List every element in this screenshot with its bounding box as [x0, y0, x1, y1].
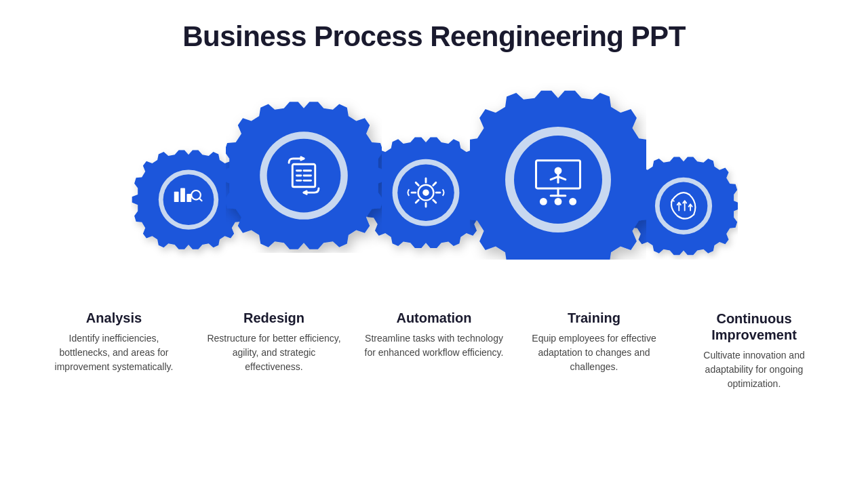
- gear-training: [470, 83, 646, 260]
- label-automation: Automation Streamline tasks with technol…: [363, 310, 505, 360]
- gear-svg-4: [470, 83, 646, 260]
- svg-point-19: [422, 189, 429, 196]
- label-improvement-title: ContinuousImprovement: [711, 310, 797, 343]
- svg-point-36: [554, 167, 561, 175]
- label-analysis-title: Analysis: [86, 310, 142, 326]
- label-analysis: Analysis Identify inefficiencies, bottle…: [43, 310, 185, 374]
- label-redesign: Redesign Restructure for better efficien…: [203, 310, 345, 374]
- gears-row: [14, 66, 854, 297]
- label-redesign-title: Redesign: [243, 310, 304, 326]
- svg-rect-2: [174, 192, 178, 202]
- label-training: Training Equip employees for effective a…: [523, 310, 665, 374]
- svg-point-34: [554, 198, 561, 205]
- gear-svg-2: [226, 97, 382, 253]
- svg-rect-3: [180, 188, 185, 202]
- svg-point-35: [569, 198, 576, 205]
- label-improvement: ContinuousImprovement Cultivate innovati…: [683, 310, 825, 391]
- gear-redesign: [226, 97, 382, 253]
- label-automation-title: Automation: [396, 310, 471, 326]
- page-title: Business Process Reengineering PPT: [182, 20, 686, 53]
- svg-point-33: [539, 198, 547, 205]
- label-improvement-desc: Cultivate innovation and adaptability fo…: [683, 348, 825, 391]
- label-automation-desc: Streamline tasks with technology for enh…: [363, 331, 505, 360]
- label-analysis-desc: Identify inefficiencies, bottlenecks, an…: [43, 331, 185, 374]
- label-training-title: Training: [568, 310, 620, 326]
- labels-row: Analysis Identify inefficiencies, bottle…: [14, 310, 854, 391]
- svg-point-41: [659, 182, 707, 230]
- label-training-desc: Equip employees for effective adaptation…: [523, 331, 665, 374]
- page: Business Process Reengineering PPT: [0, 0, 868, 488]
- label-redesign-desc: Restructure for better efficiency, agili…: [203, 331, 345, 374]
